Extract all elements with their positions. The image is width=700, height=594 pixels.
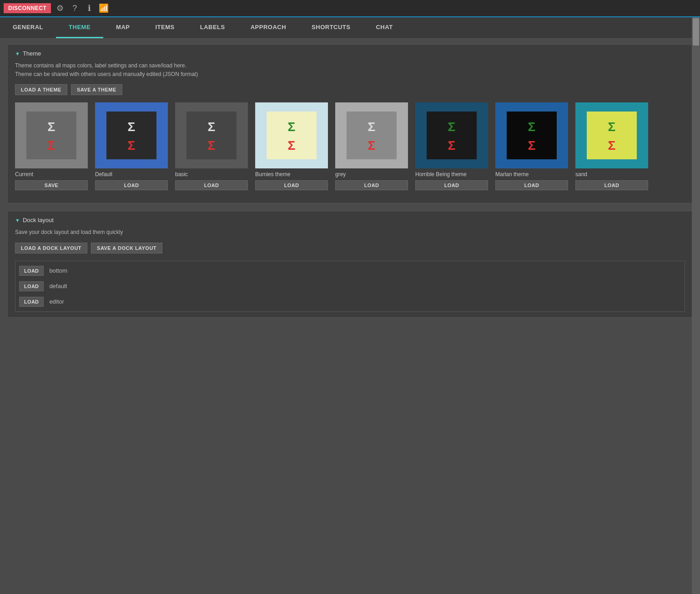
theme-buttons: LOAD A THEME SAVE A THEME bbox=[15, 84, 685, 95]
theme-section: ▼ Theme Theme contains all maps colors, … bbox=[7, 44, 693, 203]
theme-preview-marlan: ΣΣ bbox=[495, 102, 568, 168]
sigma-bottom-grey: Σ bbox=[368, 138, 376, 153]
sigma-top-grey: Σ bbox=[368, 120, 376, 134]
theme-preview-burnies: ΣΣ bbox=[255, 102, 328, 168]
dock-item-label-default: default bbox=[49, 283, 67, 289]
sigma-top-horrible: Σ bbox=[448, 120, 456, 134]
sigma-bottom-burnies: Σ bbox=[288, 138, 296, 153]
theme-item-sand: ΣΣsandLOAD bbox=[575, 102, 648, 190]
dock-section: ▼ Dock layout Save your dock layout and … bbox=[7, 211, 693, 317]
theme-preview-current: ΣΣ bbox=[15, 102, 88, 168]
dock-item-editor: LOADeditor bbox=[15, 294, 685, 310]
theme-item-marlan: ΣΣMarlan themeLOAD bbox=[495, 102, 568, 190]
theme-label-sand: sand bbox=[575, 171, 648, 178]
theme-label-basic: basic bbox=[175, 171, 248, 178]
save-dock-button[interactable]: SAVE A DOCK LAYOUT bbox=[91, 243, 162, 254]
sigma-top-current: Σ bbox=[48, 120, 55, 134]
sigma-bottom-marlan: Σ bbox=[528, 138, 536, 153]
top-bar: DISCONNECT ⚙ ? ℹ 📶 bbox=[0, 0, 700, 17]
dock-section-header: ▼ Dock layout bbox=[15, 217, 685, 223]
dock-desc: Save your dock layout and load them quic… bbox=[15, 228, 685, 237]
theme-load-button-basic[interactable]: LOAD bbox=[175, 180, 248, 190]
theme-desc-line2: Theme can be shared with others users an… bbox=[15, 70, 685, 79]
theme-item-burnies: ΣΣBurnies themeLOAD bbox=[255, 102, 328, 190]
theme-load-button-default[interactable]: LOAD bbox=[95, 180, 168, 190]
theme-label-marlan: Marlan theme bbox=[495, 171, 568, 178]
theme-load-button-burnies[interactable]: LOAD bbox=[255, 180, 328, 190]
load-dock-button[interactable]: LOAD A DOCK LAYOUT bbox=[15, 243, 87, 254]
theme-item-current: ΣΣCurrentSAVE bbox=[15, 102, 88, 190]
dock-item-label-bottom: bottom bbox=[49, 267, 67, 274]
sigma-top-default: Σ bbox=[128, 120, 136, 134]
theme-section-header: ▼ Theme bbox=[15, 50, 685, 57]
theme-label-current: Current bbox=[15, 171, 88, 178]
dock-section-title: Dock layout bbox=[23, 217, 54, 223]
tab-theme[interactable]: THEME bbox=[56, 17, 103, 38]
tab-shortcuts[interactable]: SHORTCUTS bbox=[299, 17, 363, 38]
sigma-bottom-horrible: Σ bbox=[448, 138, 456, 153]
tab-labels[interactable]: LABELS bbox=[187, 17, 238, 38]
theme-label-grey: grey bbox=[335, 171, 408, 178]
sigma-top-sand: Σ bbox=[608, 120, 616, 134]
theme-item-default: ΣΣDefaultLOAD bbox=[95, 102, 168, 190]
theme-desc-line1: Theme contains all maps colors, label se… bbox=[15, 61, 685, 70]
theme-load-button-horrible[interactable]: LOAD bbox=[415, 180, 488, 190]
save-theme-button[interactable]: SAVE A THEME bbox=[71, 84, 122, 95]
sigma-bottom-sand: Σ bbox=[608, 138, 616, 153]
theme-preview-default: ΣΣ bbox=[95, 102, 168, 168]
tab-approach[interactable]: APPROACH bbox=[238, 17, 299, 38]
tab-general[interactable]: GENERAL bbox=[0, 17, 56, 38]
sigma-bottom-basic: Σ bbox=[208, 138, 216, 153]
dock-load-button-bottom[interactable]: LOAD bbox=[19, 266, 44, 276]
sigma-top-burnies: Σ bbox=[288, 120, 296, 134]
dock-list: LOADbottomLOADdefaultLOADeditor bbox=[15, 261, 685, 312]
disconnect-button[interactable]: DISCONNECT bbox=[4, 3, 51, 13]
sigma-bottom-default: Σ bbox=[128, 138, 136, 153]
theme-load-button-sand[interactable]: LOAD bbox=[575, 180, 648, 190]
info-icon[interactable]: ℹ bbox=[84, 3, 95, 14]
dock-item-bottom: LOADbottom bbox=[15, 263, 685, 279]
dock-item-label-editor: editor bbox=[49, 298, 64, 305]
sigma-top-basic: Σ bbox=[208, 120, 216, 134]
sigma-bottom-current: Σ bbox=[48, 138, 55, 153]
theme-preview-sand: ΣΣ bbox=[575, 102, 648, 168]
load-theme-button[interactable]: LOAD A THEME bbox=[15, 84, 67, 95]
theme-grid: ΣΣCurrentSAVEΣΣDefaultLOADΣΣbasicLOADΣΣB… bbox=[15, 102, 685, 198]
dock-load-button-default[interactable]: LOAD bbox=[19, 281, 44, 291]
theme-label-default: Default bbox=[95, 171, 168, 178]
sigma-top-marlan: Σ bbox=[528, 120, 536, 134]
theme-preview-horrible: ΣΣ bbox=[415, 102, 488, 168]
theme-item-grey: ΣΣgreyLOAD bbox=[335, 102, 408, 190]
question-icon[interactable]: ? bbox=[69, 3, 80, 14]
tab-items[interactable]: ITEMS bbox=[142, 17, 187, 38]
theme-load-button-grey[interactable]: LOAD bbox=[335, 180, 408, 190]
dock-load-button-editor[interactable]: LOAD bbox=[19, 297, 44, 307]
dock-item-default: LOADdefault bbox=[15, 279, 685, 294]
gear-icon[interactable]: ⚙ bbox=[55, 3, 65, 14]
nav-tabs: GENERAL THEME MAP ITEMS LABELS APPROACH … bbox=[0, 17, 700, 39]
dock-buttons: LOAD A DOCK LAYOUT SAVE A DOCK LAYOUT bbox=[15, 243, 685, 254]
scrollbar[interactable] bbox=[692, 17, 700, 594]
theme-desc: Theme contains all maps colors, label se… bbox=[15, 61, 685, 79]
theme-preview-basic: ΣΣ bbox=[175, 102, 248, 168]
theme-preview-grey: ΣΣ bbox=[335, 102, 408, 168]
dock-arrow-icon: ▼ bbox=[15, 218, 20, 223]
scrollbar-thumb[interactable] bbox=[693, 18, 699, 46]
theme-label-horrible: Horrible Being theme bbox=[415, 171, 488, 178]
theme-label-burnies: Burnies theme bbox=[255, 171, 328, 178]
theme-save-button-current[interactable]: SAVE bbox=[15, 180, 88, 190]
main-content: ▼ Theme Theme contains all maps colors, … bbox=[0, 39, 700, 323]
tab-chat[interactable]: CHAT bbox=[363, 17, 405, 38]
signal-icon[interactable]: 📶 bbox=[98, 3, 109, 14]
theme-item-horrible: ΣΣHorrible Being themeLOAD bbox=[415, 102, 488, 190]
theme-arrow-icon: ▼ bbox=[15, 51, 20, 56]
theme-load-button-marlan[interactable]: LOAD bbox=[495, 180, 568, 190]
theme-section-title: Theme bbox=[23, 50, 41, 57]
tab-map[interactable]: MAP bbox=[103, 17, 142, 38]
theme-item-basic: ΣΣbasicLOAD bbox=[175, 102, 248, 190]
